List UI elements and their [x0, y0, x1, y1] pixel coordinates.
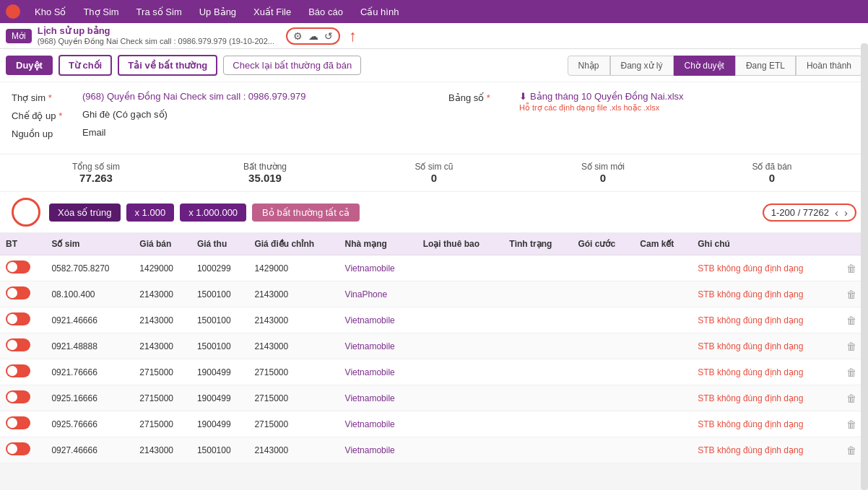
- delete-icon[interactable]: 🗑: [846, 445, 856, 456]
- cell-gia-dc: 2143000: [248, 333, 339, 359]
- tab-dang-etl[interactable]: Đang ETL: [735, 56, 796, 76]
- cell-gia-ban: 2715000: [134, 359, 191, 385]
- delete-icon[interactable]: 🗑: [846, 263, 856, 274]
- bt-toggle[interactable]: [6, 286, 30, 299]
- cell-gia-ban: 2715000: [134, 385, 191, 411]
- status-tabs: Nhập Đang xử lý Chờ duyệt Đang ETL Hoàn …: [568, 56, 863, 76]
- cell-bt: [0, 307, 45, 333]
- stat-tong-so-sim: Tổng số sim 77.263: [12, 162, 181, 184]
- delete-icon[interactable]: 🗑: [846, 367, 856, 378]
- stat-tong-label: Tổng số sim: [12, 162, 181, 172]
- new-tab-button[interactable]: Mới: [6, 29, 32, 43]
- stat-moi-label: Số sim mới: [518, 162, 687, 172]
- cell-bt: [0, 411, 45, 437]
- tai-ve-button[interactable]: Tải về bất thường: [118, 55, 217, 76]
- cell-gia-ban: 1429000: [134, 255, 191, 281]
- cell-gia-dc: 2715000: [248, 359, 339, 385]
- delete-icon[interactable]: 🗑: [846, 393, 856, 404]
- bt-toggle[interactable]: [6, 364, 30, 377]
- cell-so-sim: 0925.76666: [45, 411, 134, 437]
- nav-cau-hinh[interactable]: Cấu hình: [357, 6, 402, 17]
- cell-so-sim: 0921.76666: [45, 359, 134, 385]
- tab-hoan-thanh[interactable]: Hoàn thành: [796, 56, 862, 76]
- refresh-icon[interactable]: ↺: [324, 30, 333, 42]
- cell-bt: [0, 333, 45, 359]
- cell-gia-thu: 1000299: [191, 255, 249, 281]
- delete-icon[interactable]: 🗑: [846, 315, 856, 326]
- cell-cam-ket: [634, 307, 692, 333]
- scrollbar-right[interactable]: [861, 43, 868, 463]
- xoa-so-trung-button[interactable]: Xóa số trùng: [49, 204, 121, 222]
- stat-bat-label: Bất thường: [181, 162, 350, 172]
- cloud-icon[interactable]: ☁: [308, 30, 318, 42]
- tho-sim-row: Thợ sim * (968) Quyền Đồng Nai Check sim…: [12, 91, 420, 103]
- bo-bat-thuong-button[interactable]: Bỏ bất thường tất cả: [252, 204, 360, 222]
- table-row: 0927.46666214300015001002143000Vietnamob…: [0, 437, 868, 463]
- tab-nhap[interactable]: Nhập: [568, 56, 610, 76]
- tho-sim-label: Thợ sim *: [12, 91, 77, 103]
- nav-xuat-file[interactable]: Xuất File: [251, 6, 294, 17]
- cell-nha-mang: Vietnamobile: [339, 333, 417, 359]
- sim-table: BT Số sim Giá bán Giá thu Giá điều chỉnh…: [0, 233, 868, 463]
- tab-subtitle: (968) Quyền Đồng Nai Check sim call : 09…: [38, 37, 274, 46]
- table-header-row: BT Số sim Giá bán Giá thu Giá điều chỉnh…: [0, 233, 868, 255]
- cell-nha-mang: VinaPhone: [339, 281, 417, 307]
- tab-item[interactable]: Lịch sử up bảng (968) Quyền Đồng Nai Che…: [38, 25, 274, 46]
- duyet-button[interactable]: Duyệt: [6, 56, 53, 75]
- delete-icon[interactable]: 🗑: [846, 341, 856, 352]
- delete-icon[interactable]: 🗑: [846, 289, 856, 300]
- bt-toggle[interactable]: [6, 442, 30, 455]
- cell-gia-thu: 1500100: [191, 307, 249, 333]
- cell-gia-ban: 2143000: [134, 281, 191, 307]
- cell-gia-ban: 2143000: [134, 333, 191, 359]
- cell-gia-dc: 2143000: [248, 437, 339, 463]
- table-row: 0925.76666271500019004992715000Vietnamob…: [0, 411, 868, 437]
- cell-goi-cuoc: [572, 333, 634, 359]
- tab-dang-xu-ly[interactable]: Đang xử lý: [610, 56, 674, 76]
- col-nha-mang: Nhà mạng: [339, 233, 417, 255]
- delete-icon[interactable]: 🗑: [846, 419, 856, 430]
- nav-up-bang[interactable]: Up Bảng: [196, 6, 239, 17]
- tab-cho-duyet[interactable]: Chờ duyệt: [674, 56, 735, 76]
- nav-kho-so[interactable]: Kho Số: [32, 6, 69, 17]
- logo-icon: [6, 4, 20, 19]
- cell-loai-tb: [417, 359, 504, 385]
- prev-page-button[interactable]: ‹: [835, 206, 838, 219]
- bang-so-link[interactable]: ⬇ Bảng tháng 10 Quyền Đồng Nai.xlsx: [519, 91, 684, 102]
- cell-goi-cuoc: [572, 437, 634, 463]
- cell-tinh-trang: [503, 437, 572, 463]
- cell-ghi-chu: STB không đúng định dạng: [692, 281, 841, 307]
- table-row: 0921.48888214300015001002143000Vietnamob…: [0, 333, 868, 359]
- bt-toggle[interactable]: [6, 312, 30, 325]
- bt-toggle[interactable]: [6, 390, 30, 403]
- cell-tinh-trang: [503, 255, 572, 281]
- next-page-button[interactable]: ›: [844, 206, 848, 219]
- cell-gia-thu: 1900499: [191, 411, 249, 437]
- tab-bar: Mới Lịch sử up bảng (968) Quyền Đồng Nai…: [0, 23, 868, 49]
- cell-nha-mang: Vietnamobile: [339, 437, 417, 463]
- cell-cam-ket: [634, 359, 692, 385]
- cell-so-sim: 0582.705.8270: [45, 255, 134, 281]
- bt-toggle[interactable]: [6, 261, 30, 274]
- settings-icon[interactable]: ⚙: [293, 30, 303, 42]
- nav-bao-cao[interactable]: Báo cáo: [305, 6, 346, 17]
- cell-gia-dc: 2715000: [248, 411, 339, 437]
- cell-tinh-trang: [503, 307, 572, 333]
- cell-gia-thu: 1900499: [191, 385, 249, 411]
- bt-toggle[interactable]: [6, 338, 30, 351]
- download-icon: ⬇: [519, 91, 527, 102]
- x1000000-button[interactable]: x 1.000.000: [180, 204, 246, 222]
- x1000-button[interactable]: x 1.000: [126, 204, 175, 222]
- bt-toggle[interactable]: [6, 416, 30, 429]
- tu-choi-button[interactable]: Từ chối: [58, 55, 112, 76]
- nav-tra-so-sim[interactable]: Tra số Sim: [134, 6, 185, 17]
- cell-gia-dc: 1429000: [248, 255, 339, 281]
- tab-icon-group: ⚙ ☁ ↺: [286, 27, 340, 45]
- check-lai-button[interactable]: Check lại bất thường đã bán: [223, 56, 361, 75]
- cell-ghi-chu: STB không đúng định dạng: [692, 359, 841, 385]
- col-gia-thu: Giá thu: [191, 233, 249, 255]
- stat-tong-value: 77.263: [12, 172, 181, 184]
- nav-tho-sim[interactable]: Thợ Sim: [80, 6, 121, 17]
- cell-loai-tb: [417, 411, 504, 437]
- cell-gia-ban: 2143000: [134, 437, 191, 463]
